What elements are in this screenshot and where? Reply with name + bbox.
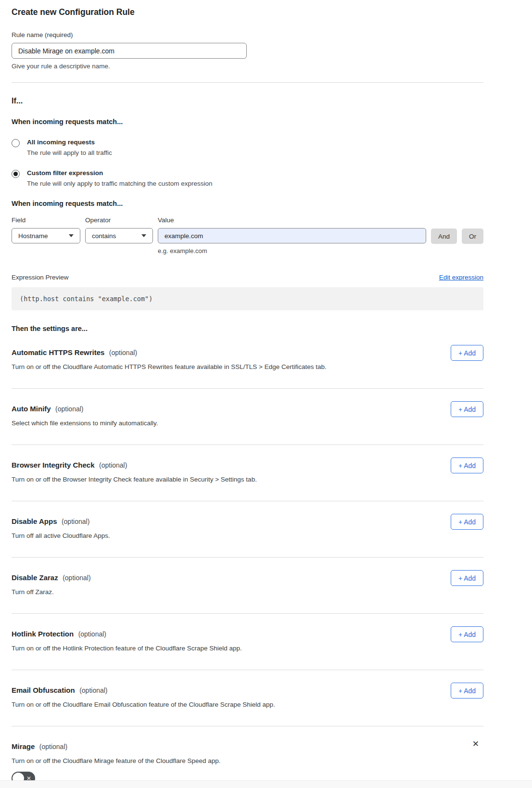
value-hint: e.g. example.com (158, 247, 426, 254)
chevron-down-icon (141, 234, 146, 237)
operator-select[interactable]: contains (85, 228, 153, 243)
setting-name: Browser Integrity Check (12, 461, 95, 469)
radio-option-label: All incoming requests (27, 139, 112, 146)
settings-list: Automatic HTTPS Rewrites (optional) Turn… (12, 332, 483, 788)
radio-button-selected[interactable] (12, 170, 20, 178)
expression-preview-label: Expression Preview (12, 274, 69, 281)
or-button[interactable]: Or (462, 229, 483, 244)
setting-row-automatic-https-rewrites: Automatic HTTPS Rewrites (optional) Turn… (12, 332, 483, 389)
if-heading: If... (12, 97, 483, 105)
setting-description: Turn on or off the Cloudflare Email Obfu… (12, 701, 483, 708)
value-label: Value (158, 216, 426, 224)
settings-heading: Then the settings are... (12, 325, 483, 332)
edit-expression-link[interactable]: Edit expression (439, 274, 483, 281)
setting-row-hotlink-protection: Hotlink Protection (optional) Turn on or… (12, 614, 483, 670)
setting-optional-tag: (optional) (55, 405, 83, 413)
radio-option-label: Custom filter expression (27, 169, 212, 177)
setting-description: Turn on or off the Hotlink Protection fe… (12, 645, 483, 652)
create-configuration-rule-form: Create new Configuration Rule Rule name … (12, 7, 483, 788)
add-button[interactable]: + Add (451, 626, 483, 642)
setting-optional-tag: (optional) (79, 686, 107, 694)
rule-name-help: Give your rule a descriptive name. (12, 63, 483, 70)
radio-option-description: The rule will only apply to traffic matc… (27, 180, 212, 187)
setting-optional-tag: (optional) (109, 349, 137, 356)
setting-description: Turn on or off the Cloudflare Automatic … (12, 363, 483, 370)
field-select-value: Hostname (18, 232, 48, 240)
setting-name: Auto Minify (12, 405, 51, 413)
match-heading: When incoming requests match... (12, 118, 483, 126)
add-button[interactable]: + Add (451, 458, 483, 473)
add-button[interactable]: + Add (451, 401, 483, 417)
expression-builder-row: Field Hostname Operator contains Value e… (12, 216, 483, 254)
setting-optional-tag: (optional) (99, 461, 127, 469)
radio-button-unselected[interactable] (12, 139, 20, 147)
setting-row-disable-apps: Disable Apps (optional) Turn off all act… (12, 501, 483, 558)
setting-row-mirage: Mirage (optional) Turn on or off the Clo… (12, 726, 483, 788)
add-button[interactable]: + Add (451, 514, 483, 530)
expression-builder-heading: When incoming requests match... (12, 200, 483, 207)
page-title: Create new Configuration Rule (12, 7, 483, 17)
setting-row-disable-zaraz: Disable Zaraz (optional) Turn off Zaraz.… (12, 558, 483, 614)
add-button[interactable]: + Add (451, 345, 483, 361)
setting-description: Turn off all active Cloudflare Apps. (12, 532, 483, 539)
setting-name: Automatic HTTPS Rewrites (12, 348, 104, 356)
setting-optional-tag: (optional) (39, 743, 67, 750)
setting-optional-tag: (optional) (62, 518, 89, 525)
chevron-down-icon (69, 234, 74, 237)
operator-label: Operator (85, 216, 153, 224)
setting-name: Disable Apps (12, 517, 57, 525)
setting-description: Turn on or off the Cloudflare Mirage fea… (12, 757, 483, 764)
field-label: Field (12, 216, 80, 224)
setting-row-browser-integrity-check: Browser Integrity Check (optional) Turn … (12, 445, 483, 501)
add-button[interactable]: + Add (451, 570, 483, 586)
setting-name: Mirage (12, 742, 35, 750)
rule-name-input[interactable] (12, 43, 247, 59)
expression-preview-code: (http.host contains "example.com") (12, 287, 483, 310)
setting-row-email-obfuscation: Email Obfuscation (optional) Turn on or … (12, 670, 483, 726)
radio-option-custom-filter-expression[interactable]: Custom filter expression The rule will o… (12, 169, 483, 187)
setting-description: Select which file extensions to minify a… (12, 419, 483, 427)
radio-option-description: The rule will apply to all traffic (27, 149, 112, 156)
close-icon[interactable]: ✕ (472, 740, 479, 748)
footer-strip (0, 780, 532, 788)
setting-description: Turn on or off the Browser Integrity Che… (12, 476, 483, 483)
setting-row-auto-minify: Auto Minify (optional) Select which file… (12, 389, 483, 445)
field-select[interactable]: Hostname (12, 228, 80, 243)
setting-optional-tag: (optional) (63, 574, 90, 582)
setting-description: Turn off Zaraz. (12, 588, 483, 596)
setting-name: Hotlink Protection (12, 630, 74, 638)
setting-optional-tag: (optional) (78, 630, 106, 638)
add-button[interactable]: + Add (451, 683, 483, 699)
section-divider (12, 82, 483, 83)
setting-name: Email Obfuscation (12, 686, 75, 694)
operator-select-value: contains (92, 232, 116, 240)
rule-name-label: Rule name (required) (12, 31, 483, 38)
and-button[interactable]: And (431, 229, 457, 244)
radio-option-all-incoming-requests[interactable]: All incoming requests The rule will appl… (12, 139, 483, 156)
value-input[interactable] (158, 228, 426, 243)
setting-name: Disable Zaraz (12, 573, 58, 582)
